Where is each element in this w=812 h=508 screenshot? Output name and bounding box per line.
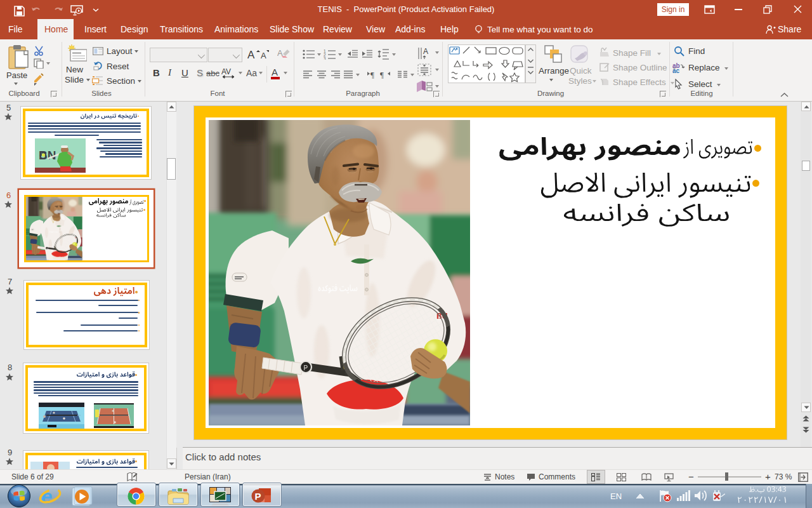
svg-text:ac: ac [672, 67, 680, 73]
svg-text:¶: ¶ [370, 70, 374, 79]
svg-text:BN: BN [39, 149, 56, 162]
svg-text:A: A [247, 49, 255, 60]
svg-text:3: 3 [324, 57, 326, 60]
svg-text:A: A [423, 47, 428, 56]
svg-text:A: A [261, 51, 266, 60]
svg-text:P: P [255, 491, 261, 502]
svg-text:e: e [41, 486, 52, 507]
svg-text:AV: AV [221, 67, 231, 76]
svg-text:¶: ¶ [380, 70, 384, 79]
